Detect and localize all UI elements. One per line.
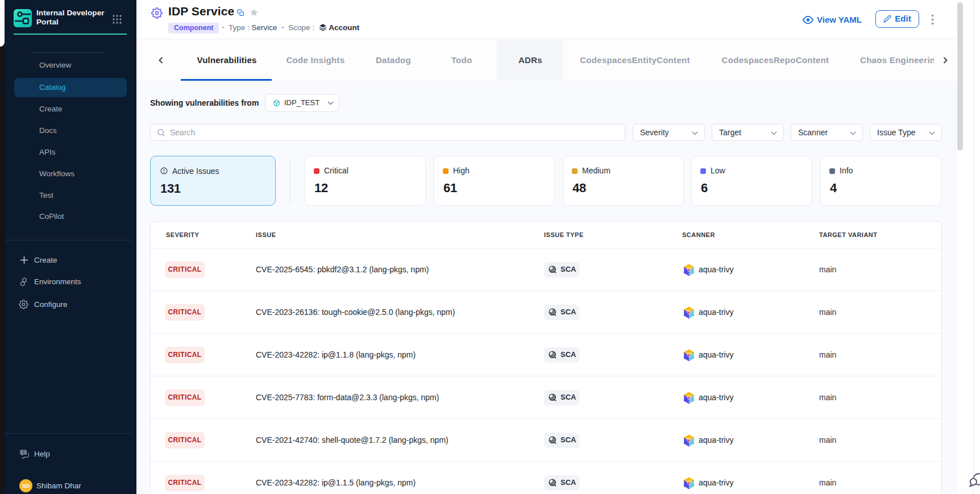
svg-text:?: ?	[22, 450, 24, 455]
